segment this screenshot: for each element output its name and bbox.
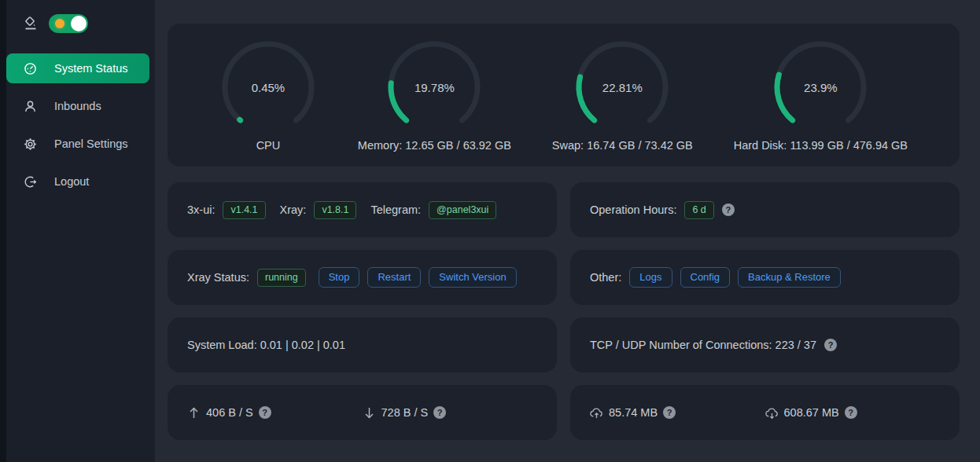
sidebar-header <box>6 0 155 44</box>
sidebar-item-panel-settings[interactable]: Panel Settings <box>6 129 155 159</box>
paint-bucket-icon <box>24 16 38 31</box>
gauge-hard-disk: 23.9% Hard Disk: 113.99 GB / 476.94 GB <box>734 38 908 152</box>
total-received-value: 608.67 MB <box>784 406 839 419</box>
xray-version-tag: v1.8.1 <box>314 201 356 219</box>
gauge-cpu: 0.45% CPU <box>219 38 317 152</box>
total-sent-value: 85.74 MB <box>609 406 658 419</box>
gauge-memory: 19.78% Memory: 12.65 GB / 63.92 GB <box>358 38 511 152</box>
gauge-cpu-percent: 0.45% <box>219 38 317 136</box>
versions-card: 3x-ui: v1.4.1 Xray: v1.8.1 Telegram: @pa… <box>168 182 557 237</box>
sidebar-item-inbounds[interactable]: Inbounds <box>6 91 155 121</box>
restart-button[interactable]: Restart <box>367 267 421 288</box>
help-icon[interactable]: ? <box>845 406 857 419</box>
sidebar-item-logout[interactable]: Logout <box>6 167 155 196</box>
config-button[interactable]: Config <box>680 267 731 288</box>
telegram-label: Telegram: <box>370 204 421 216</box>
download-speed: 728 B / S ? <box>363 406 538 420</box>
gauge-swap-percent: 22.81% <box>573 38 671 136</box>
gauge-swap-label: Swap: 16.74 GB / 73.42 GB <box>552 139 693 152</box>
system-gauges-card: 0.45% CPU 19.78% Memory: 12.65 GB / 63.9… <box>168 24 960 167</box>
total-received: 608.67 MB ? <box>765 406 941 420</box>
cloud-download-icon <box>765 406 779 420</box>
dashboard-icon <box>24 62 37 75</box>
connections-card: TCP / UDP Number of Connections: 223 / 3… <box>570 317 960 372</box>
operation-hours-label: Operation Hours: <box>590 204 676 216</box>
arrow-up-icon <box>187 406 201 420</box>
connections-text: TCP / UDP Number of Connections: 223 / 3… <box>590 339 816 351</box>
network-speed-card: 406 B / S ? 728 B / S ? <box>168 385 557 440</box>
operation-hours-tag: 6 d <box>684 201 713 219</box>
switch-version-button[interactable]: Switch Version <box>429 267 516 288</box>
system-load-text: System Load: 0.01 | 0.02 | 0.01 <box>187 339 345 351</box>
gauge-hard-disk-label: Hard Disk: 113.99 GB / 476.94 GB <box>734 139 908 152</box>
help-icon[interactable]: ? <box>722 204 735 216</box>
other-label: Other: <box>590 271 621 284</box>
upload-speed: 406 B / S ? <box>187 406 363 420</box>
sun-icon <box>55 19 64 28</box>
sidebar-item-label: Inbounds <box>54 100 101 112</box>
operation-hours-card: Operation Hours: 6 d ? <box>570 182 960 237</box>
help-icon[interactable]: ? <box>433 406 446 419</box>
sidebar: System Status Inbounds Panel Settings <box>6 0 155 462</box>
telegram-tag[interactable]: @panel3xui <box>429 201 496 219</box>
gauge-memory-percent: 19.78% <box>385 38 483 136</box>
sidebar-item-label: System Status <box>54 62 127 75</box>
dark-mode-toggle[interactable] <box>49 14 88 33</box>
backup-restore-button[interactable]: Backup & Restore <box>738 267 841 288</box>
upload-speed-value: 406 B / S <box>206 406 253 419</box>
other-actions-card: Other: Logs Config Backup & Restore <box>570 250 960 305</box>
help-icon[interactable]: ? <box>259 406 271 419</box>
xray-running-tag: running <box>257 269 306 287</box>
stop-button[interactable]: Stop <box>319 267 360 288</box>
gauge-hard-disk-percent: 23.9% <box>772 38 869 136</box>
gauge-swap: 22.81% Swap: 16.74 GB / 73.42 GB <box>552 38 693 152</box>
logs-button[interactable]: Logs <box>629 267 672 288</box>
system-load-card: System Load: 0.01 | 0.02 | 0.01 <box>168 317 557 372</box>
gauge-memory-label: Memory: 12.65 GB / 63.92 GB <box>358 139 511 152</box>
download-speed-value: 728 B / S <box>381 406 429 419</box>
sidebar-item-label: Logout <box>54 175 89 188</box>
3x-ui-version-tag: v1.4.1 <box>223 201 265 219</box>
sidebar-item-system-status[interactable]: System Status <box>6 53 149 83</box>
help-icon[interactable]: ? <box>663 406 676 419</box>
xray-status-label: Xray Status: <box>187 271 249 284</box>
sidebar-menu: System Status Inbounds Panel Settings <box>6 53 155 196</box>
cloud-upload-icon <box>590 406 603 420</box>
user-icon <box>24 100 37 113</box>
sidebar-item-label: Panel Settings <box>54 138 128 150</box>
logout-icon <box>24 175 37 189</box>
xray-status-card: Xray Status: running Stop Restart Switch… <box>168 250 557 305</box>
3x-ui-label: 3x-ui: <box>187 204 215 216</box>
toggle-knob <box>71 16 87 31</box>
traffic-totals-card: 85.74 MB ? 608.67 MB ? <box>570 385 960 440</box>
xray-label: Xray: <box>280 204 307 216</box>
arrow-down-icon <box>363 406 376 420</box>
main-content: 0.45% CPU 19.78% Memory: 12.65 GB / 63.9… <box>155 0 980 462</box>
gear-icon <box>24 138 37 151</box>
gauge-cpu-label: CPU <box>256 139 281 152</box>
total-sent: 85.74 MB ? <box>590 406 765 420</box>
help-icon[interactable]: ? <box>824 339 837 351</box>
